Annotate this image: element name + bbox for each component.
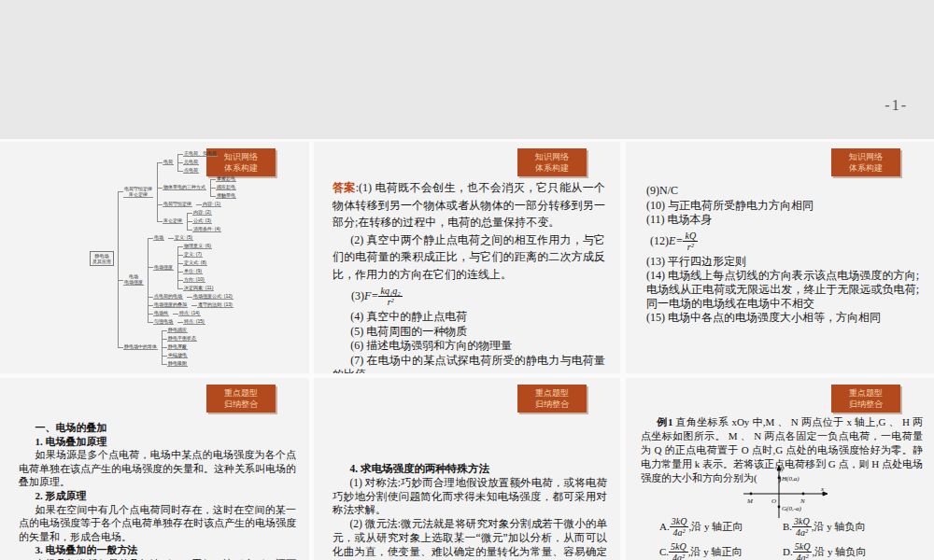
example-label: 例1 bbox=[658, 416, 673, 427]
mindmap-node-label: 方向: (10) bbox=[183, 276, 205, 283]
slide-5-special-methods[interactable]: 重点题型 归纳整合 4. 求电场强度的两种特殊方法 (1) 对称法:巧妙而合理地… bbox=[314, 378, 620, 560]
slide-1-mindmap[interactable]: 知识网络 体系构建 静电场 及其应用电荷守恒定律 库仑定律电荷正电荷、负电荷元电… bbox=[0, 142, 309, 373]
mindmap-node-label: 定义: (7) bbox=[183, 251, 203, 258]
method-1: (1) 对称法:巧妙而合理地假设放置额外电荷，或将电荷巧妙地分割使问题简化而求得… bbox=[333, 476, 607, 517]
options-grid: A.3kQ4a²,沿 y 轴正向 B.3kQ4a²,沿 y 轴负向 C.5kQ4… bbox=[659, 516, 866, 560]
mindmap-node-label: 静电平衡状态 bbox=[167, 335, 197, 342]
mindmap-node-label: 电场 bbox=[153, 234, 164, 241]
option-A[interactable]: A.3kQ4a²,沿 y 轴正向 bbox=[659, 516, 783, 538]
badge-knowledge-network: 知识网络 体系构建 bbox=[517, 148, 587, 176]
badge-knowledge-network: 知识网络 体系构建 bbox=[831, 148, 900, 176]
subsection-1: 1. 电场叠加原理 bbox=[19, 435, 296, 449]
answer-item-4: (4) 真空中的静止点电荷 bbox=[333, 310, 605, 325]
mindmap-node-label: 正电荷、负电荷 bbox=[183, 150, 218, 157]
mindmap-node-label: 决定因素: (11) bbox=[183, 285, 214, 291]
label-G: G(0,-a) bbox=[782, 505, 801, 512]
answer-item-11: (11) 电场本身 bbox=[646, 213, 919, 228]
mindmap-node-label: 单位: (9) bbox=[183, 268, 203, 274]
mindmap: 静电场 及其应用电荷守恒定律 库仑定律电荷正电荷、负电荷元电荷点电荷物体带电的三… bbox=[90, 157, 236, 360]
mindmap-node-label: 感应起电 bbox=[216, 184, 236, 190]
answer-item-14: (14) 电场线上每点切线的方向表示该点电场强度的方向;电场线从正电荷或无限远出… bbox=[646, 269, 919, 311]
mindmap-node-label: 电荷守恒定律 库仑定律 bbox=[123, 186, 153, 198]
answer-paragraph-2: (2) 真空中两个静止点电荷之间的相互作用力，与它们的电荷量的乘积成正比，与它们… bbox=[333, 231, 605, 284]
answers-block-1: 答案:(1) 电荷既不会创生，也不会消灭，它只能从一个物体转移到另一个物体或者从… bbox=[314, 142, 620, 373]
mindmap-node-label: 静电感应 bbox=[167, 327, 188, 333]
answer-item-9: (9)N/C bbox=[646, 184, 919, 199]
mindmap-node-label: 公式: (3) bbox=[192, 217, 212, 224]
coordinate-diagram: y H(0,a) O M N x G(0,-a) bbox=[738, 464, 835, 524]
mindmap-node-label: 适用条件: (4) bbox=[192, 226, 221, 232]
label-O: O bbox=[771, 497, 776, 505]
mindmap-node-label: 电场强度公式: (12) bbox=[192, 293, 234, 300]
label-H: H(0,a) bbox=[781, 475, 800, 483]
option-C[interactable]: C.5kQ4a²,沿 y 轴正向 bbox=[659, 541, 783, 560]
slide-3-answers[interactable]: 知识网络 体系构建 (9)N/C (10) 与正电荷所受静电力方向相同 (11)… bbox=[626, 142, 934, 373]
mindmap-node-label: 电场强度 bbox=[153, 264, 174, 271]
slide-4-field-superposition[interactable]: 重点题型 归纳整合 一、电场的叠加 1. 电场叠加原理 如果场源是多个点电荷，电… bbox=[0, 378, 309, 560]
mindmap-node-label: 物理意义: (6) bbox=[183, 243, 212, 249]
answer-item-7: (7) 在电场中的某点试探电荷所受的静电力与电荷量的比值 bbox=[333, 354, 605, 374]
mindmap-node-label: 静电场 及其应用 bbox=[90, 251, 114, 266]
mindmap-node-label: 匀强电场 bbox=[153, 318, 174, 325]
section-title: 一、电场的叠加 bbox=[19, 421, 296, 435]
answer-label: 答案 bbox=[333, 181, 356, 194]
mindmap-node-label: 内容: (2) bbox=[192, 209, 212, 216]
mindmap-node-label: 静电吸附 bbox=[167, 360, 188, 367]
point-N bbox=[802, 493, 805, 496]
badge-keypoint: 重点题型 归纳整合 bbox=[517, 385, 587, 413]
mindmap-node-label: 电场强度的叠加 bbox=[153, 301, 188, 308]
mindmap-node-label: 摩擦起电 bbox=[216, 175, 236, 182]
label-M: M bbox=[746, 497, 754, 505]
answer-item-10: (10) 与正电荷所受静电力方向相同 bbox=[646, 199, 919, 214]
label-N: N bbox=[800, 497, 805, 505]
slide-deck: 知识网络 体系构建 静电场 及其应用电荷守恒定律 库仑定律电荷正电荷、负电荷元电… bbox=[0, 139, 934, 560]
x-axis-label: x bbox=[820, 485, 825, 493]
mindmap-node-label: 电场线 bbox=[153, 310, 169, 316]
option-B[interactable]: B.3kQ4a²,沿 y 轴负向 bbox=[783, 516, 866, 538]
mindmap-node-label: 内容: (1) bbox=[202, 201, 221, 207]
subsection-2: 2. 形成原理 bbox=[19, 489, 296, 503]
mindmap-node-label: 尖端放电 bbox=[167, 352, 188, 358]
slide-6-example-1[interactable]: 重点题型 归纳整合 例1 直角坐标系 xOy 中,M 、 N 两点位于 x 轴上… bbox=[626, 378, 934, 560]
answer-item-5: (5) 电荷周围的一种物质 bbox=[333, 325, 605, 340]
mindmap-node-label: 电荷守恒定律 bbox=[163, 201, 192, 207]
mindmap-node-label: 定义式: (8) bbox=[183, 259, 207, 266]
answer-item-6: (6) 描述电场强弱和方向的物理量 bbox=[333, 339, 605, 354]
mindmap-node-label: 遵守的法则: (13) bbox=[197, 301, 234, 308]
mindmap-node-label: 静电场中的导体 bbox=[123, 343, 158, 350]
mindmap-node-label: 点电荷的电场 bbox=[153, 293, 183, 300]
answer-item-13: (13) 平行四边形定则 bbox=[646, 255, 919, 270]
example-block: 例1 直角坐标系 xOy 中,M 、 N 两点位于 x 轴上,G 、 H 两点坐… bbox=[626, 378, 934, 485]
subsection-3: 3. 电场叠加的一般方法 bbox=[19, 543, 296, 557]
mindmap-node-label: 物体带电的三种方式 bbox=[163, 184, 206, 190]
page-number: -1- bbox=[884, 97, 908, 114]
mindmap-node-label: 接触带电 bbox=[216, 192, 236, 199]
mindmap-node-label: 电荷 bbox=[163, 159, 174, 165]
slide-2-answers[interactable]: 知识网络 体系构建 答案:(1) 电荷既不会创生，也不会消灭，它只能从一个物体转… bbox=[314, 142, 620, 373]
point-G bbox=[778, 506, 781, 509]
mindmap-node-label: 特点: (14) bbox=[178, 310, 201, 316]
mindmap-node-label: 电场 电场强度 bbox=[123, 273, 144, 286]
mindmap-node-label: 静电屏蔽 bbox=[167, 343, 188, 350]
formula-12: (12)E=kQr² bbox=[650, 231, 919, 252]
answer-item-15: (15) 电场中各点的电场强度大小相等，方向相同 bbox=[646, 311, 919, 325]
badge-keypoint: 重点题型 归纳整合 bbox=[206, 385, 276, 413]
mindmap-node-label: 点电荷 bbox=[183, 167, 199, 174]
mindmap-node-label: 定义: (5) bbox=[174, 234, 193, 241]
paragraph-2: 如果在空间中有几个点电荷同时存在，这时在空间的某一点的电场强度等于各个点电荷单独… bbox=[19, 503, 296, 544]
mindmap-node-label: 元电荷 bbox=[183, 159, 199, 165]
option-D[interactable]: D.5kQ4a²,沿 y 轴负向 bbox=[783, 541, 866, 560]
mindmap-node-label: 库仑定律 bbox=[163, 217, 183, 224]
point-M bbox=[750, 493, 753, 496]
answer-paragraph-1: 答案:(1) 电荷既不会创生，也不会消灭，它只能从一个物体转移到另一个物体或者从… bbox=[333, 179, 605, 231]
y-axis-label: y bbox=[780, 466, 785, 473]
paragraph-1: 如果场源是多个点电荷，电场中某点的电场强度为各个点电荷单独在该点产生的电场强度的… bbox=[19, 448, 296, 489]
mindmap-node-label: 特点: (15) bbox=[183, 318, 205, 325]
method-2: (2) 微元法:微元法就是将研究对象分割成若干微小的单元，或从研究对象上选取某一… bbox=[333, 517, 607, 560]
point-H bbox=[778, 477, 781, 480]
formula-3: (3)F=kq₁q₂r² bbox=[336, 286, 605, 307]
subsection-4: 4. 求电场强度的两种特殊方法 bbox=[333, 462, 607, 476]
